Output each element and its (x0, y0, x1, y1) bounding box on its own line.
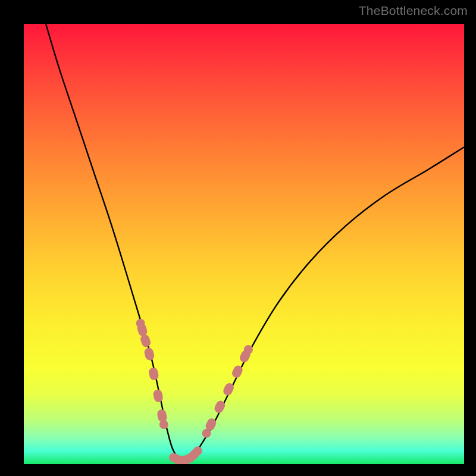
attribution-text: TheBottleneck.com (359, 4, 468, 18)
highlight-segment (158, 394, 158, 397)
highlight-segment (149, 352, 149, 356)
highlight-segment (210, 423, 212, 426)
highlight-segment (228, 388, 230, 391)
highlight-cap (169, 453, 178, 462)
highlight-cap (244, 345, 253, 354)
highlight-cap (193, 446, 202, 455)
chart-frame: TheBottleneck.com (0, 0, 476, 476)
highlight-segment (237, 370, 239, 373)
highlight-segment (145, 339, 146, 343)
highlight-cap (159, 420, 168, 429)
highlight-segment (142, 328, 143, 331)
highlight-segment (154, 372, 154, 375)
plot-area (24, 24, 464, 464)
highlight-markers (136, 319, 253, 462)
bottleneck-curve-path (46, 24, 464, 461)
highlight-segment (219, 405, 221, 408)
highlight-cap (202, 429, 211, 438)
highlight-cap (136, 319, 145, 328)
highlight-segment (245, 355, 246, 358)
curve-svg (24, 24, 464, 464)
highlight-segment (162, 414, 162, 418)
